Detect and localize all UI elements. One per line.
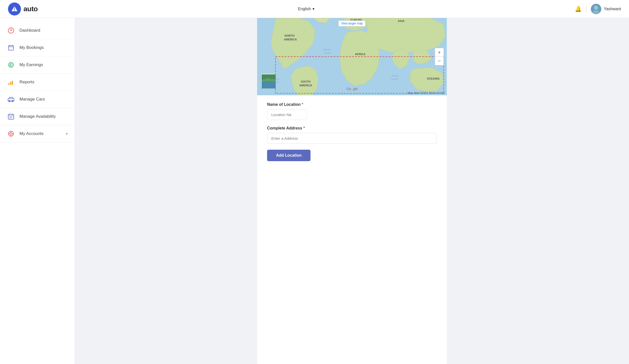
- sidebar: Dashboard My Bookings $ My: [0, 18, 75, 364]
- reports-icon: [7, 78, 15, 86]
- sidebar-item-label-my-accounts: My Accounts: [19, 131, 43, 136]
- bookings-icon: [7, 44, 15, 52]
- user-profile-area[interactable]: Yashwant: [591, 4, 621, 14]
- language-selector[interactable]: English ▾: [298, 6, 314, 11]
- svg-text:Ocean: Ocean: [391, 78, 398, 80]
- map-zoom-out-button[interactable]: −: [435, 57, 444, 65]
- sidebar-item-my-bookings[interactable]: My Bookings: [0, 39, 75, 56]
- svg-rect-6: [8, 46, 13, 50]
- avatar: [591, 4, 601, 14]
- sidebar-item-label-reports: Reports: [19, 80, 34, 85]
- view-larger-map-link[interactable]: View larger map: [338, 20, 365, 26]
- user-name-label: Yashwant: [604, 7, 621, 11]
- address-input[interactable]: [267, 133, 437, 144]
- map-zoom-in-button[interactable]: +: [435, 48, 444, 57]
- header-right-area: 🔔 Yashwant: [575, 4, 621, 14]
- logo-icon[interactable]: [8, 2, 21, 15]
- sidebar-item-manage-availability[interactable]: Manage Availability: [0, 108, 75, 125]
- sidebar-item-dashboard[interactable]: Dashboard: [0, 22, 75, 39]
- add-location-button[interactable]: Add Location: [267, 150, 311, 161]
- name-of-location-label: Name of Location *: [267, 102, 437, 107]
- svg-text:AFRICA: AFRICA: [355, 53, 365, 56]
- svg-text:Ocean: Ocean: [324, 52, 331, 54]
- map-area: View larger map: [257, 18, 447, 95]
- svg-rect-13: [8, 83, 9, 85]
- logo-area: auto: [8, 2, 38, 15]
- cars-icon: [7, 95, 15, 103]
- svg-rect-49: [262, 81, 276, 88]
- main-content: View larger map: [75, 18, 629, 364]
- svg-rect-20: [8, 114, 14, 119]
- availability-icon: [7, 113, 15, 121]
- svg-point-5: [10, 30, 11, 31]
- chevron-down-icon: ▾: [66, 132, 68, 136]
- map-thumbnail: [261, 74, 275, 88]
- logo-text: auto: [23, 5, 38, 13]
- svg-text:Indian: Indian: [392, 74, 398, 77]
- svg-text:$: $: [10, 64, 11, 66]
- map-zoom-controls: + −: [435, 48, 444, 65]
- sidebar-item-my-earnings[interactable]: $ My Earnings: [0, 56, 75, 74]
- top-header: auto English ▾ 🔔 Yashwant: [0, 0, 629, 18]
- svg-text:ASIA: ASIA: [398, 19, 404, 22]
- main-layout: Dashboard My Bookings $ My: [0, 18, 629, 364]
- svg-text:Atlantic: Atlantic: [323, 48, 331, 51]
- svg-rect-14: [10, 82, 11, 85]
- required-indicator: *: [302, 102, 303, 107]
- sidebar-item-label-manage-cars: Manage Cars: [19, 97, 45, 102]
- sidebar-item-label-my-bookings: My Bookings: [19, 45, 44, 50]
- map-attribution: Map data ©2021 Terms of Use: [408, 91, 445, 94]
- svg-point-2: [594, 6, 598, 10]
- complete-address-label: Complete Address *: [267, 126, 437, 130]
- language-label: English: [298, 7, 311, 11]
- svg-text:AMERICA: AMERICA: [284, 38, 297, 41]
- dashboard-icon: [7, 26, 15, 34]
- svg-rect-15: [12, 81, 13, 85]
- sidebar-item-label-dashboard: Dashboard: [19, 28, 40, 33]
- svg-text:AMERICA: AMERICA: [299, 84, 312, 87]
- sidebar-item-reports[interactable]: Reports: [0, 74, 75, 91]
- location-form: Name of Location * Complete Address * Ad…: [257, 95, 447, 168]
- svg-text:SOUTH: SOUTH: [301, 80, 311, 83]
- sidebar-item-label-manage-availability: Manage Availability: [19, 114, 56, 119]
- sidebar-item-my-accounts[interactable]: My Accounts ▾: [0, 125, 75, 142]
- location-name-input[interactable]: [267, 109, 307, 120]
- header-divider: [586, 5, 586, 12]
- chevron-down-icon: ▾: [313, 6, 314, 11]
- svg-text:OCEANIA: OCEANIA: [427, 77, 440, 80]
- accounts-icon: [7, 130, 15, 138]
- sidebar-item-label-my-earnings: My Earnings: [19, 62, 43, 67]
- google-logo: Google: [346, 87, 357, 91]
- name-of-location-field-group: Name of Location *: [267, 102, 437, 126]
- content-card: View larger map: [257, 18, 447, 364]
- complete-address-field-group: Complete Address *: [267, 126, 437, 150]
- earnings-icon: $: [7, 61, 15, 69]
- svg-point-27: [10, 133, 12, 135]
- sidebar-item-manage-cars[interactable]: Manage Cars: [0, 91, 75, 108]
- svg-text:NORTH: NORTH: [285, 34, 294, 37]
- required-indicator-2: *: [303, 126, 305, 130]
- notification-bell-icon[interactable]: 🔔: [575, 6, 582, 12]
